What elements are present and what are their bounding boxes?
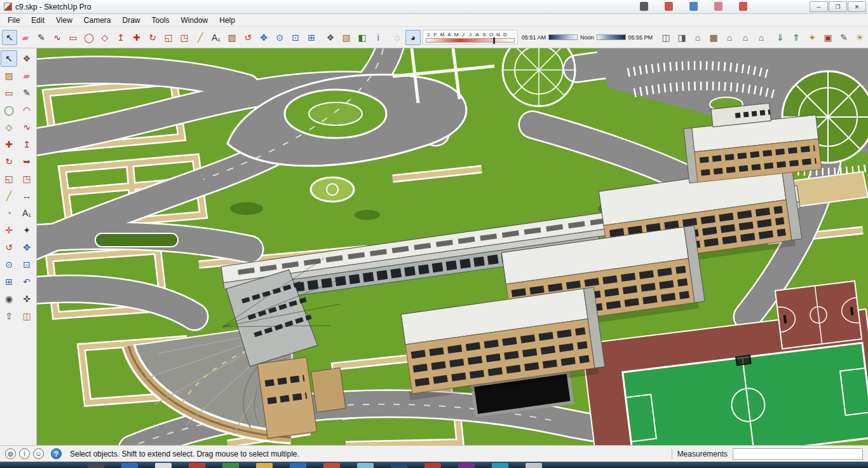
time-slider-left[interactable] — [548, 34, 578, 40]
restore-button[interactable]: ❐ — [829, 1, 847, 12]
iso-view-icon[interactable]: ⌂ — [690, 30, 705, 45]
menu-window[interactable]: Window — [175, 15, 214, 26]
lts-zoom-icon[interactable]: ⊙ — [1, 256, 17, 273]
taskbar-app-icon[interactable] — [323, 463, 340, 468]
model-info-icon[interactable]: i — [370, 30, 386, 45]
lts-orbit-icon[interactable]: ↺ — [1, 239, 17, 256]
lts-look-around-icon[interactable]: ✜ — [18, 291, 35, 307]
signin-icon[interactable]: ☺ — [33, 448, 44, 459]
model-viewport[interactable] — [37, 48, 868, 445]
menu-edit[interactable]: Edit — [25, 15, 50, 26]
scale-icon[interactable]: ◱ — [161, 30, 176, 45]
text-icon[interactable]: A₁ — [208, 30, 224, 45]
date-slider[interactable] — [426, 38, 515, 43]
section-plane-icon[interactable]: ◫ — [658, 30, 674, 45]
measurements-input[interactable] — [733, 448, 863, 460]
minimize-button[interactable]: ─ — [810, 1, 828, 12]
lts-pan-icon[interactable]: ✥ — [18, 239, 35, 256]
menu-view[interactable]: View — [50, 15, 78, 26]
lts-rotate-icon[interactable]: ↻ — [1, 153, 17, 170]
paint-bucket-icon[interactable]: ▨ — [224, 30, 240, 45]
lts-position-camera-icon[interactable]: ◉ — [1, 291, 17, 307]
polygon-icon[interactable]: ◇ — [97, 30, 112, 45]
lts-freehand-icon[interactable]: ∿ — [18, 119, 35, 135]
taskbar-app-icon[interactable] — [88, 463, 104, 468]
lts-circle-icon[interactable]: ◯ — [1, 102, 17, 118]
menu-help[interactable]: Help — [214, 15, 241, 26]
section-cuts-icon[interactable]: ◨ — [674, 30, 689, 45]
share-model-icon[interactable]: ⇑ — [789, 30, 804, 45]
x-ray-icon[interactable]: ◌ — [390, 30, 405, 45]
select-icon[interactable]: ↖ — [2, 30, 17, 45]
top-view-icon[interactable]: ▦ — [706, 30, 721, 45]
taskbar-app-icon[interactable] — [526, 463, 542, 468]
lts-eraser-icon[interactable]: ▰ — [18, 67, 35, 84]
pan-icon[interactable]: ✥ — [256, 30, 271, 45]
lts-paint-bucket-icon[interactable]: ▨ — [1, 67, 17, 84]
lts-3d-text-icon[interactable]: ✦ — [18, 222, 35, 238]
taskbar-app-icon[interactable] — [121, 463, 138, 468]
close-button[interactable]: ✕ — [848, 1, 866, 12]
lts-make-component-icon[interactable]: ❖ — [18, 50, 35, 67]
lts-line-icon[interactable]: ✎ — [18, 85, 35, 101]
taskbar-app-icon[interactable] — [256, 463, 273, 468]
rectangle-icon[interactable]: ▭ — [65, 30, 81, 45]
model-3d-scene[interactable] — [37, 48, 868, 445]
help-button[interactable]: ? — [51, 448, 62, 459]
taskbar-app-icon[interactable] — [391, 463, 407, 468]
eraser-icon[interactable]: ▰ — [18, 30, 33, 45]
lts-protractor-icon[interactable]: ◔ — [1, 205, 17, 221]
orbit-icon[interactable]: ↺ — [240, 30, 255, 45]
zoom-window-icon[interactable]: ⊡ — [288, 30, 303, 45]
lts-select-icon[interactable]: ↖ — [1, 50, 17, 67]
lts-arc-icon[interactable]: ◠ — [18, 102, 35, 118]
taskbar-app-icon[interactable] — [222, 463, 239, 468]
taskbar-app-icon[interactable] — [290, 463, 306, 468]
taskbar-app-icon[interactable] — [458, 463, 475, 468]
taskbar-app-icon[interactable] — [155, 463, 172, 468]
front-view-icon[interactable]: ⌂ — [722, 30, 737, 45]
shadows-toggle-icon[interactable]: ☀ — [852, 30, 867, 45]
make-component-icon[interactable]: ❖ — [323, 30, 338, 45]
move-icon[interactable]: ✚ — [129, 30, 144, 45]
zoom-icon[interactable]: ⊙ — [272, 30, 287, 45]
lts-scale-icon[interactable]: ◱ — [1, 170, 17, 187]
line-icon[interactable]: ✎ — [34, 30, 49, 45]
push-pull-icon[interactable]: ↥ — [113, 30, 128, 45]
menu-draw[interactable]: Draw — [117, 15, 146, 26]
shadow-date-control[interactable]: JFMAMJJASOND — [423, 30, 518, 45]
lts-polygon-icon[interactable]: ◇ — [1, 119, 17, 135]
lts-offset-icon[interactable]: ◳ — [18, 170, 35, 187]
geolocation-icon[interactable]: ◍ — [5, 448, 16, 459]
date-slider-handle[interactable] — [493, 38, 495, 44]
style-builder-icon[interactable]: ✎ — [836, 30, 851, 45]
time-slider-right[interactable] — [597, 34, 626, 40]
tape-measure-icon[interactable]: ╱ — [193, 30, 208, 45]
lts-follow-me-icon[interactable]: ➥ — [18, 153, 35, 170]
get-models-icon[interactable]: ⇓ — [773, 30, 788, 45]
lts-walk-icon[interactable]: ⇧ — [1, 308, 17, 324]
lts-dimension-icon[interactable]: ↔ — [18, 188, 35, 204]
back-view-icon[interactable]: ⌂ — [754, 30, 769, 45]
shaded-textures-icon[interactable]: ◕ — [405, 30, 421, 45]
lts-section-plane-icon[interactable]: ◫ — [18, 308, 35, 324]
credits-icon[interactable]: i — [19, 448, 30, 459]
menu-file[interactable]: File — [2, 15, 25, 26]
lts-move-icon[interactable]: ✚ — [1, 136, 17, 153]
layout-icon[interactable]: ▣ — [820, 30, 836, 45]
lts-push-pull-icon[interactable]: ↥ — [18, 136, 35, 153]
materials-icon[interactable]: ▧ — [339, 30, 354, 45]
circle-icon[interactable]: ◯ — [81, 30, 97, 45]
taskbar-app-icon[interactable] — [357, 463, 374, 468]
extension-warehouse-icon[interactable]: ✦ — [804, 30, 820, 45]
taskbar-app-icon[interactable] — [189, 463, 205, 468]
lts-tape-measure-icon[interactable]: ╱ — [1, 188, 17, 204]
zoom-extents-icon[interactable]: ⊞ — [304, 30, 319, 45]
lts-previous-view-icon[interactable]: ↶ — [18, 273, 35, 290]
rotate-icon[interactable]: ↻ — [145, 30, 160, 45]
lts-text-icon[interactable]: A₁ — [18, 205, 35, 221]
lts-zoom-window-icon[interactable]: ⊡ — [18, 256, 35, 273]
menu-tools[interactable]: Tools — [146, 15, 175, 26]
offset-icon[interactable]: ◳ — [177, 30, 192, 45]
styles-icon[interactable]: ◧ — [355, 30, 370, 45]
